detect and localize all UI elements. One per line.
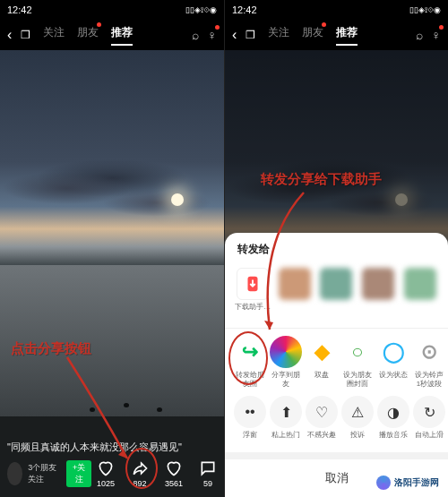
sheet-action-label: 浮窗 (243, 431, 257, 449)
sheet-action-label: 自动上滑 (415, 431, 444, 449)
follow-button[interactable]: +关注 (66, 460, 90, 487)
top-nav: ‹ ❐ 关注 朋友 推荐 ⌕ ♀ (0, 20, 224, 50)
sheet-action-label: 分享到朋友 (270, 371, 302, 389)
sheet-action-label: 双盘 (314, 371, 329, 389)
forward-friends-icon: ↪ (234, 336, 266, 368)
sheet-action-ringtone[interactable]: ⊙设为铃声 1秒波段 (413, 336, 445, 389)
fav-action[interactable]: 3561 (165, 459, 183, 488)
video-content[interactable]: "同频且真诚的人本来就没那么容易遇见" 3个朋友关注 +关注 1025 892 (0, 50, 224, 497)
user-icon[interactable]: ♀ (432, 28, 442, 42)
comment-count: 59 (203, 479, 212, 488)
contact-blurred[interactable] (317, 268, 356, 321)
report-icon: ⚠ (341, 396, 374, 428)
contact-blurred[interactable] (359, 268, 398, 321)
back-button[interactable]: ‹ (232, 27, 237, 43)
right-phone: 12:42 ▯▯◈⟟⟐◉ ‹ ❐ 关注 朋友 推荐 ⌕ ♀ 转发分享给下载助手 … (224, 0, 448, 497)
sheet-action-shuangsè[interactable]: ◆双盘 (306, 336, 338, 389)
fav-count: 3561 (165, 479, 183, 488)
tab-recommend[interactable]: 推荐 (111, 25, 133, 46)
sheet-contacts-row: 下载助手… (225, 264, 448, 324)
download-helper-icon (243, 274, 263, 294)
top-nav: ‹ ❐ 关注 朋友 推荐 ⌕ ♀ (225, 20, 448, 50)
sheet-action-label: 不感兴趣 (307, 431, 336, 449)
sheet-action-label: 转发给朋友圈 (234, 371, 266, 389)
avatar[interactable] (7, 462, 22, 485)
share-icon (131, 459, 149, 477)
sheet-action-label: 播放音乐 (379, 431, 408, 449)
windows-icon[interactable]: ❐ (246, 29, 255, 41)
search-icon[interactable]: ⌕ (416, 28, 423, 42)
sheet-action-more[interactable]: ••浮窗 (234, 396, 266, 449)
tab-friends[interactable]: 朋友 (302, 25, 323, 46)
more-icon: •• (234, 396, 266, 428)
notification-dot (215, 25, 220, 30)
watermark: 洛阳手游网 (373, 474, 443, 492)
share-sheet: 转发给 下载助手… ↪转发给朋友圈分享到朋友◆双盘○设为朋友圈封面◯设为状态⊙设… (225, 233, 448, 497)
windows-icon[interactable]: ❐ (21, 29, 30, 41)
like-action[interactable]: 1025 (97, 459, 115, 488)
contact-blurred[interactable] (276, 268, 314, 321)
dislike-icon: ♡ (306, 396, 338, 428)
sheet-action-set-status[interactable]: ◯设为状态 (377, 336, 409, 389)
like-count: 1025 (97, 479, 115, 488)
tab-follow[interactable]: 关注 (43, 25, 65, 46)
sheet-action-label: 设为状态 (379, 371, 408, 389)
notification-dot (322, 22, 326, 27)
sheet-action-set-cover[interactable]: ○设为朋友圈封面 (341, 336, 374, 389)
contact-label: 下载助手… (235, 303, 271, 321)
sheet-actions-row-2: ••浮窗⬆粘上热门♡不感兴趣⚠投诉◑播放音乐↻自动上滑 (225, 392, 448, 452)
sheet-action-report[interactable]: ⚠投诉 (341, 396, 374, 449)
status-icons: ▯▯◈⟟⟐◉ (409, 5, 441, 15)
left-phone: 12:42 ▯▯◈⟟⟐◉ ‹ ❐ 关注 朋友 推荐 ⌕ ♀ "同频且真诚的人本来… (0, 0, 224, 497)
search-icon[interactable]: ⌕ (192, 28, 199, 42)
user-icon[interactable]: ♀ (208, 28, 218, 42)
status-time: 12:42 (7, 4, 32, 15)
video-overlay: "同频且真诚的人本来就没那么容易遇见" 3个朋友关注 +关注 1025 892 (0, 435, 224, 497)
sheet-action-share-friend[interactable]: 分享到朋友 (270, 336, 302, 389)
heart-icon (97, 459, 115, 477)
comment-icon (199, 459, 217, 477)
sheet-action-label: 投诉 (350, 431, 365, 449)
sheet-action-forward-friends[interactable]: ↪转发给朋友圈 (234, 336, 266, 389)
status-bar: 12:42 ▯▯◈⟟⟐◉ (225, 0, 448, 20)
sheet-action-hot[interactable]: ⬆粘上热门 (270, 396, 302, 449)
notification-dot (439, 25, 444, 30)
hot-icon: ⬆ (270, 396, 302, 428)
sheet-action-label: 粘上热门 (271, 431, 300, 449)
auto-play-icon: ↻ (413, 396, 445, 428)
tab-follow[interactable]: 关注 (268, 25, 289, 46)
sheet-actions-row-1: ↪转发给朋友圈分享到朋友◆双盘○设为朋友圈封面◯设为状态⊙设为铃声 1秒波段 (225, 332, 448, 392)
back-button[interactable]: ‹ (7, 27, 12, 43)
sheet-action-label: 设为朋友圈封面 (341, 371, 374, 389)
sheet-title: 转发给 (225, 242, 448, 264)
watermark-logo-icon (376, 476, 391, 490)
sheet-action-dislike[interactable]: ♡不感兴趣 (306, 396, 338, 449)
contact-blurred[interactable] (401, 268, 439, 321)
tab-friends[interactable]: 朋友 (77, 25, 99, 46)
shuangsè-icon: ◆ (306, 336, 338, 368)
friends-follow-label: 3个朋友关注 (28, 462, 57, 485)
set-status-icon: ◯ (377, 336, 409, 368)
sheet-action-auto-play[interactable]: ↻自动上滑 (413, 396, 445, 449)
sheet-action-label: 设为铃声 1秒波段 (413, 371, 445, 389)
video-caption: "同频且真诚的人本来就没那么容易遇见" (7, 441, 217, 454)
heart-icon (165, 459, 183, 477)
status-bar: 12:42 ▯▯◈⟟⟐◉ (0, 0, 224, 20)
share-action[interactable]: 892 (131, 459, 149, 488)
status-icons: ▯▯◈⟟⟐◉ (185, 5, 217, 15)
set-cover-icon: ○ (341, 336, 374, 368)
comment-action[interactable]: 59 (199, 459, 217, 488)
watermark-text: 洛阳手游网 (394, 476, 439, 489)
notification-dot (97, 22, 101, 27)
share-friend-icon (270, 336, 302, 368)
share-count: 892 (133, 479, 146, 488)
ringtone-icon: ⊙ (413, 336, 445, 368)
play-music-icon: ◑ (377, 396, 409, 428)
contact-download-helper[interactable]: 下载助手… (234, 268, 272, 321)
sheet-action-play-music[interactable]: ◑播放音乐 (377, 396, 409, 449)
tab-recommend[interactable]: 推荐 (336, 25, 358, 46)
status-time: 12:42 (232, 4, 257, 15)
